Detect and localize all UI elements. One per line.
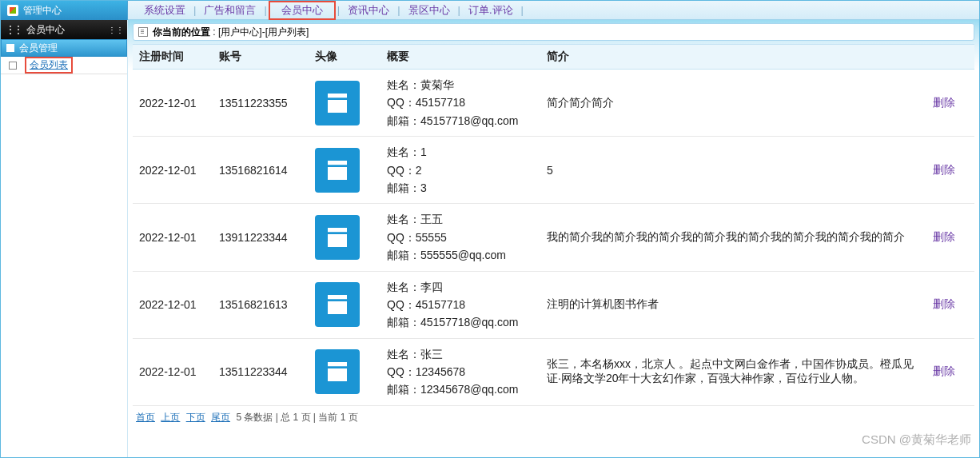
sidebar-group-label: 会员管理 — [19, 42, 58, 55]
sidebar-title-text: 会员中心 — [26, 23, 65, 37]
window-icon — [7, 5, 18, 16]
cell-intro: 注明的计算机图书作者 — [540, 271, 926, 338]
th-reg-time: 注册时间 — [133, 45, 213, 70]
cell-account: 13516821614 — [213, 137, 309, 204]
cell-time: 2022-12-01 — [133, 271, 213, 338]
nav-item[interactable]: 系统设置 — [137, 3, 192, 18]
pager-first[interactable]: 首页 — [136, 412, 155, 423]
avatar-icon — [315, 349, 360, 394]
sidebar: 会员中心 ⋮⋮ 会员管理 会员列表 — [1, 20, 128, 457]
cell-intro: 5 — [540, 137, 926, 204]
delete-link[interactable]: 删除 — [933, 364, 955, 377]
breadcrumb-sep: : — [210, 26, 218, 38]
cell-operate: 删除 — [926, 204, 974, 271]
cell-summary: 姓名：李四QQ：45157718邮箱：45157718@qq.com — [380, 271, 540, 338]
nav-item[interactable]: 会员中心 — [275, 4, 329, 16]
sidebar-title: 会员中心 ⋮⋮ — [1, 20, 127, 39]
cell-time: 2022-12-01 — [133, 338, 213, 405]
cell-avatar — [309, 338, 380, 405]
user-table: 注册时间 账号 头像 概要 简介 2022-12-0113511223355姓名… — [133, 44, 974, 406]
doc-icon — [9, 62, 17, 70]
cell-intro: 张三，本名杨xxx，北京人 。起点中文网白金作者，中国作协成员。橙瓜见证·网络文… — [540, 338, 926, 405]
cell-account: 13911223344 — [213, 204, 309, 271]
cell-account: 13516821613 — [213, 271, 309, 338]
cell-time: 2022-12-01 — [133, 204, 213, 271]
th-avatar: 头像 — [309, 45, 380, 70]
table-row: 2022-12-0113511223355姓名：黄菊华QQ：45157718邮箱… — [133, 70, 974, 137]
sidebar-item-label[interactable]: 会员列表 — [30, 59, 68, 70]
cell-account: 13511223355 — [213, 70, 309, 137]
admin-title: 管理中心 — [1, 1, 128, 20]
cell-operate: 删除 — [926, 70, 974, 137]
cell-time: 2022-12-01 — [133, 137, 213, 204]
grip-icon — [6, 24, 22, 35]
top-nav: 系统设置|广告和留言|会员中心|资讯中心|景区中心|订单.评论| — [128, 1, 979, 20]
avatar-icon — [315, 148, 360, 193]
content-area: 你当前的位置 : [用户中心] - [用户列表] 注册时间 账号 头像 概要 简… — [128, 20, 979, 457]
pagination: 首页 上页 下页 尾页 5 条数据 | 总 1 页 | 当前 1 页 — [133, 406, 974, 429]
cell-summary: 姓名：张三QQ：12345678邮箱：12345678@qq.com — [380, 338, 540, 405]
pager-info: 5 条数据 | 总 1 页 | 当前 1 页 — [236, 412, 357, 423]
nav-separator: | — [262, 4, 268, 16]
cell-time: 2022-12-01 — [133, 70, 213, 137]
page-icon — [138, 27, 148, 37]
pager-prev[interactable]: 上页 — [161, 412, 180, 423]
cell-intro: 简介简介简介 — [540, 70, 926, 137]
delete-link[interactable]: 删除 — [933, 163, 955, 176]
avatar-icon — [315, 81, 360, 125]
pager-last[interactable]: 尾页 — [211, 412, 230, 423]
cell-summary: 姓名：黄菊华QQ：45157718邮箱：45157718@qq.com — [380, 70, 540, 137]
drag-dots-icon: ⋮⋮ — [108, 26, 124, 34]
th-summary: 概要 — [380, 45, 540, 70]
cell-summary: 姓名：王五QQ：55555邮箱：555555@qq.com — [380, 204, 540, 271]
admin-title-text: 管理中心 — [23, 4, 62, 18]
cell-avatar — [309, 70, 380, 137]
table-header-row: 注册时间 账号 头像 概要 简介 — [133, 45, 974, 70]
cell-intro: 我的简介我的简介我的简介我的简介我的简介我的简介我的简介我的简介 — [540, 204, 926, 271]
nav-item[interactable]: 广告和留言 — [197, 3, 262, 18]
sidebar-group-member-manage[interactable]: 会员管理 — [1, 39, 127, 57]
nav-item[interactable]: 订单.评论 — [462, 3, 520, 18]
sidebar-item-member-list[interactable]: 会员列表 — [1, 57, 127, 74]
cell-operate: 删除 — [926, 137, 974, 204]
delete-link[interactable]: 删除 — [933, 297, 955, 310]
nav-item[interactable]: 景区中心 — [402, 3, 456, 18]
list-icon — [6, 44, 14, 52]
table-row: 2022-12-0113911223344姓名：王五QQ：55555邮箱：555… — [133, 204, 974, 271]
th-intro: 简介 — [540, 45, 926, 70]
nav-item[interactable]: 资讯中心 — [341, 3, 396, 18]
nav-separator: | — [456, 4, 462, 16]
nav-separator: | — [520, 4, 525, 16]
nav-separator: | — [336, 4, 341, 16]
cell-summary: 姓名：1QQ：2邮箱：3 — [380, 137, 540, 204]
th-operate — [926, 45, 974, 70]
avatar-icon — [315, 215, 360, 260]
cell-operate: 删除 — [926, 338, 974, 405]
table-row: 2022-12-0113511223344姓名：张三QQ：12345678邮箱：… — [133, 338, 974, 405]
cell-avatar — [309, 137, 380, 204]
cell-account: 13511223344 — [213, 338, 309, 405]
nav-separator: | — [192, 4, 197, 16]
delete-link[interactable]: 删除 — [933, 230, 955, 243]
avatar-icon — [315, 282, 360, 327]
cell-avatar — [309, 204, 380, 271]
breadcrumb-label: 你当前的位置 — [153, 26, 210, 39]
cell-operate: 删除 — [926, 271, 974, 338]
cell-avatar — [309, 271, 380, 338]
delete-link[interactable]: 删除 — [933, 96, 955, 109]
th-account: 账号 — [213, 45, 309, 70]
pager-next[interactable]: 下页 — [186, 412, 205, 423]
watermark: CSDN @黄菊华老师 — [862, 432, 971, 448]
breadcrumb-path2: [用户列表] — [265, 26, 309, 39]
table-row: 2022-12-0113516821613姓名：李四QQ：45157718邮箱：… — [133, 271, 974, 338]
breadcrumb-path1: [用户中心] — [218, 26, 262, 39]
table-row: 2022-12-0113516821614姓名：1QQ：2邮箱：35删除 — [133, 137, 974, 204]
nav-separator: | — [396, 4, 401, 16]
breadcrumb: 你当前的位置 : [用户中心] - [用户列表] — [133, 23, 974, 41]
